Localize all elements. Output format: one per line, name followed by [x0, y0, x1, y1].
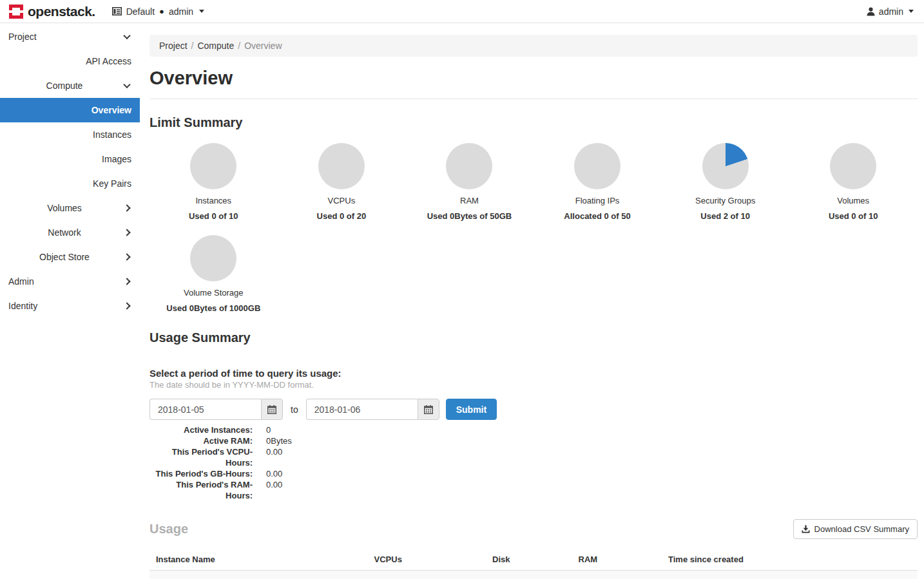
context-separator: ●	[159, 6, 164, 16]
title-divider	[149, 99, 918, 99]
sidebar-item-label: Volumes	[0, 203, 140, 213]
sidebar-item-admin[interactable]: Admin	[0, 269, 140, 294]
breadcrumb-item-compute[interactable]: Compute	[197, 41, 234, 51]
stat-value: 0.00	[266, 468, 282, 479]
sidebar-item-instances[interactable]: Instances	[0, 122, 140, 147]
sidebar-item-identity[interactable]: Identity	[0, 294, 140, 318]
quota-chart-ram: RAMUsed 0Bytes of 50GB	[405, 137, 534, 221]
quota-chart-label: RAM	[405, 196, 534, 205]
top-navbar: openstack. Default ● admin admin	[0, 0, 924, 23]
pie-chart	[830, 143, 876, 189]
project-name: admin	[169, 6, 193, 17]
stat-row: This Period's VCPU-Hours:0.00	[149, 446, 918, 468]
sidebar-item-label: Object Store	[0, 252, 140, 262]
calendar-icon	[424, 405, 433, 414]
breadcrumb-separator: /	[188, 41, 198, 51]
date-from-calendar-button[interactable]	[261, 399, 283, 420]
stat-value: 0.00	[266, 479, 282, 501]
download-csv-label: Download CSV Summary	[814, 524, 909, 534]
quota-chart-usage: Allocated 0 of 50	[534, 211, 662, 221]
sidebar-item-volumes[interactable]: Volumes	[0, 196, 140, 220]
breadcrumb-item-overview: Overview	[244, 41, 282, 51]
sidebar-nav: ProjectAPI AccessComputeOverviewInstance…	[0, 23, 140, 579]
quota-chart-volume-storage: Volume StorageUsed 0Bytes of 1000GB	[149, 229, 278, 313]
sidebar-item-label: Compute	[0, 81, 140, 91]
quota-chart-label: Volumes	[789, 196, 918, 205]
date-from-input[interactable]	[149, 399, 261, 420]
stat-label: This Period's GB-Hours:	[149, 468, 253, 479]
openstack-logo-icon	[9, 5, 23, 19]
breadcrumb: Project/Compute/Overview	[149, 35, 918, 57]
user-name: admin	[879, 6, 903, 17]
page-title: Overview	[149, 68, 918, 88]
usage-table-heading: Usage	[149, 522, 188, 536]
sidebar-item-object-store[interactable]: Object Store	[0, 245, 140, 269]
period-form-help: The date should be in YYYY-MM-DD format.	[149, 380, 918, 390]
chevron-down-icon	[199, 10, 204, 13]
column-header-instance-name: Instance Name	[149, 549, 368, 571]
domain-project-switcher[interactable]: Default ● admin	[112, 6, 204, 17]
user-icon	[867, 7, 875, 16]
pie-chart	[702, 143, 749, 189]
calendar-icon	[267, 405, 276, 414]
quota-chart-usage: Used 0Bytes of 1000GB	[149, 303, 278, 313]
sidebar-item-overview[interactable]: Overview	[0, 98, 140, 122]
quota-chart-floating-ips: Floating IPsAllocated 0 of 50	[534, 137, 662, 221]
sidebar-item-label: Admin	[0, 276, 140, 287]
sidebar-item-label: Project	[0, 32, 140, 42]
user-menu[interactable]: admin	[867, 6, 914, 17]
stat-label: Active RAM:	[149, 435, 253, 446]
sidebar-item-label: Images	[0, 154, 140, 164]
quota-chart-usage: Used 0 of 10	[789, 211, 918, 221]
empty-table-message: No items to display.	[149, 571, 918, 579]
main-content: Project/Compute/Overview Overview Limit …	[140, 23, 924, 579]
stat-row: This Period's RAM-Hours:0.00	[149, 479, 918, 501]
quota-chart-label: Volume Storage	[149, 288, 278, 298]
sidebar-item-network[interactable]: Network	[0, 220, 140, 245]
chevron-down-icon	[909, 10, 914, 13]
sidebar-item-compute[interactable]: Compute	[0, 73, 140, 98]
stat-row: Active RAM:0Bytes	[149, 435, 918, 446]
breadcrumb-separator: /	[234, 41, 244, 51]
sidebar-item-label: API Access	[0, 56, 140, 66]
period-form-label: Select a period of time to query its usa…	[149, 368, 918, 379]
sidebar-item-label: Identity	[0, 301, 140, 311]
column-header-time-since-created: Time since created	[662, 549, 918, 571]
sidebar-item-label: Key Pairs	[0, 178, 140, 189]
date-to-calendar-button[interactable]	[418, 399, 439, 420]
quota-chart-label: Instances	[149, 196, 278, 205]
quota-chart-usage: Used 0Bytes of 50GB	[405, 211, 534, 221]
date-to-input[interactable]	[306, 399, 418, 420]
quota-chart-volumes: VolumesUsed 0 of 10	[789, 137, 918, 221]
sidebar-item-key-pairs[interactable]: Key Pairs	[0, 171, 140, 196]
column-header-vcpus: VCPUs	[368, 549, 486, 571]
sidebar-item-label: Overview	[0, 105, 140, 115]
limit-summary-heading: Limit Summary	[149, 115, 918, 130]
sidebar-item-api-access[interactable]: API Access	[0, 49, 140, 73]
date-range-form: to Submit	[149, 399, 918, 420]
sidebar-item-label: Network	[0, 227, 140, 238]
domain-name: Default	[126, 6, 155, 17]
stat-row: This Period's GB-Hours:0.00	[149, 468, 918, 479]
pie-chart	[190, 143, 236, 189]
pie-chart	[446, 143, 492, 189]
usage-stats-list: Active Instances:0Active RAM:0BytesThis …	[149, 424, 918, 501]
stat-label: This Period's RAM-Hours:	[149, 479, 253, 501]
sidebar-item-images[interactable]: Images	[0, 147, 140, 171]
download-icon	[802, 525, 810, 533]
to-label: to	[289, 404, 300, 415]
quota-chart-label: VCPUs	[278, 196, 406, 205]
limit-summary-charts: InstancesUsed 0 of 10VCPUsUsed 0 of 20RA…	[149, 137, 918, 321]
breadcrumb-item-project[interactable]: Project	[159, 41, 188, 51]
quota-chart-instances: InstancesUsed 0 of 10	[149, 137, 278, 221]
download-csv-button[interactable]: Download CSV Summary	[793, 519, 918, 539]
openstack-brand[interactable]: openstack.	[9, 4, 95, 19]
stat-row: Active Instances:0	[149, 424, 918, 435]
sidebar-item-label: Instances	[0, 129, 140, 140]
stat-label: Active Instances:	[149, 424, 253, 435]
pie-chart	[574, 143, 621, 189]
quota-chart-label: Security Groups	[661, 196, 789, 205]
stat-value: 0Bytes	[266, 435, 292, 446]
sidebar-item-project[interactable]: Project	[0, 24, 140, 49]
submit-button[interactable]: Submit	[446, 399, 497, 420]
